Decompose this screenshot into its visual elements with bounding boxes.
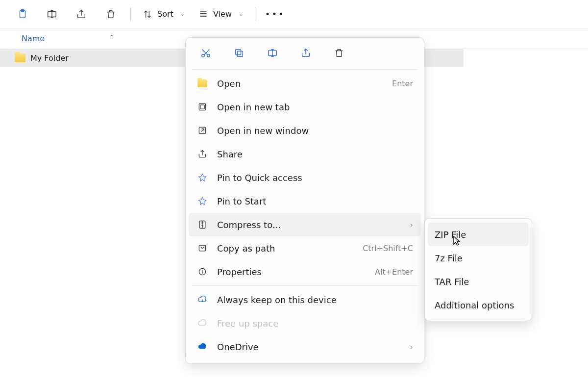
compress-icon: [196, 220, 208, 230]
menu-label: OneDrive: [217, 342, 401, 352]
sort-label: Sort: [157, 9, 173, 19]
menu-label: Open in new window: [217, 126, 413, 136]
copy-button[interactable]: [231, 46, 247, 60]
sort-button[interactable]: Sort ⌄: [137, 4, 191, 24]
share-icon: [196, 149, 208, 159]
submenu-label: ZIP File: [435, 230, 466, 240]
menu-separator: [193, 69, 417, 70]
pin-icon: [196, 196, 208, 206]
share-button[interactable]: [68, 4, 95, 24]
submenu-label: Additional options: [435, 300, 514, 310]
chevron-down-icon: ⌄: [239, 11, 243, 17]
column-header-name-label: Name: [22, 34, 45, 43]
menu-open[interactable]: Open Enter: [189, 72, 421, 95]
menu-pin-start[interactable]: Pin to Start: [189, 189, 421, 213]
svg-point-4: [207, 54, 210, 57]
new-tab-icon: [196, 102, 208, 112]
menu-label: Open in new tab: [217, 102, 413, 112]
menu-separator: [193, 285, 417, 286]
menu-copy-path[interactable]: Copy as path Ctrl+Shift+C: [189, 236, 421, 260]
share-button[interactable]: [297, 46, 314, 60]
rename-button[interactable]: [38, 4, 66, 24]
properties-icon: [196, 267, 208, 277]
svg-rect-9: [200, 105, 204, 109]
svg-rect-6: [236, 50, 241, 55]
toolbar-separator: [255, 7, 255, 21]
svg-point-3: [202, 54, 205, 57]
paste-button[interactable]: [9, 4, 36, 24]
delete-button[interactable]: [331, 46, 347, 60]
menu-label: Free up space: [217, 318, 413, 329]
new-window-icon: [196, 126, 208, 135]
menu-label: Pin to Start: [217, 196, 413, 206]
pin-icon: [196, 173, 208, 182]
chevron-right-icon: ›: [410, 342, 413, 352]
delete-button[interactable]: [97, 4, 124, 24]
submenu-additional-options[interactable]: Additional options: [428, 293, 529, 317]
menu-label: Share: [217, 149, 413, 159]
menu-label: Open: [217, 78, 383, 89]
menu-open-new-window[interactable]: Open in new window: [189, 119, 421, 142]
cloud-download-icon: [196, 295, 208, 305]
cut-button[interactable]: [197, 46, 214, 60]
view-button[interactable]: View ⌄: [193, 4, 249, 24]
menu-onedrive[interactable]: OneDrive ›: [189, 335, 421, 358]
submenu-label: TAR File: [435, 277, 469, 287]
context-menu-quickactions: [189, 43, 421, 67]
menu-label: Properties: [217, 267, 366, 277]
more-button[interactable]: •••: [261, 4, 289, 24]
menu-pin-quick-access[interactable]: Pin to Quick access: [189, 166, 421, 189]
chevron-down-icon: ⌄: [180, 11, 185, 17]
item-name: My Folder: [30, 53, 69, 63]
svg-rect-5: [237, 51, 243, 56]
submenu-tar[interactable]: TAR File: [428, 270, 529, 293]
menu-label: Copy as path: [217, 243, 354, 254]
folder-icon: [15, 53, 25, 62]
menu-free-up-space: Free up space: [189, 311, 421, 335]
menu-shortcut: Ctrl+Shift+C: [363, 244, 413, 253]
submenu-label: 7z File: [435, 253, 463, 263]
folder-open-icon: [196, 79, 208, 88]
sort-indicator-icon: ⌃: [109, 33, 115, 41]
submenu-zip[interactable]: ZIP File: [428, 223, 529, 246]
menu-compress[interactable]: Compress to... ›: [189, 213, 421, 236]
toolbar-separator: [130, 7, 131, 21]
command-bar: Sort ⌄ View ⌄ •••: [0, 0, 588, 28]
menu-share[interactable]: Share: [189, 142, 421, 166]
menu-shortcut: Alt+Enter: [375, 267, 413, 277]
chevron-right-icon: ›: [410, 220, 413, 230]
rename-button[interactable]: [264, 46, 281, 60]
menu-label: Always keep on this device: [217, 295, 413, 305]
view-label: View: [213, 9, 232, 19]
submenu-7z[interactable]: 7z File: [428, 246, 529, 270]
compress-submenu: ZIP File 7z File TAR File Additional opt…: [424, 218, 532, 321]
copy-path-icon: [196, 243, 208, 253]
menu-open-new-tab[interactable]: Open in new tab: [189, 95, 421, 119]
context-menu: Open Enter Open in new tab Open in new w…: [185, 37, 424, 364]
menu-properties[interactable]: Properties Alt+Enter: [189, 260, 421, 283]
menu-label: Pin to Quick access: [217, 173, 413, 183]
menu-always-keep[interactable]: Always keep on this device: [189, 288, 421, 311]
cloud-icon: [196, 318, 208, 328]
onedrive-icon: [196, 342, 208, 352]
menu-label: Compress to...: [217, 220, 401, 230]
menu-shortcut: Enter: [392, 79, 413, 88]
